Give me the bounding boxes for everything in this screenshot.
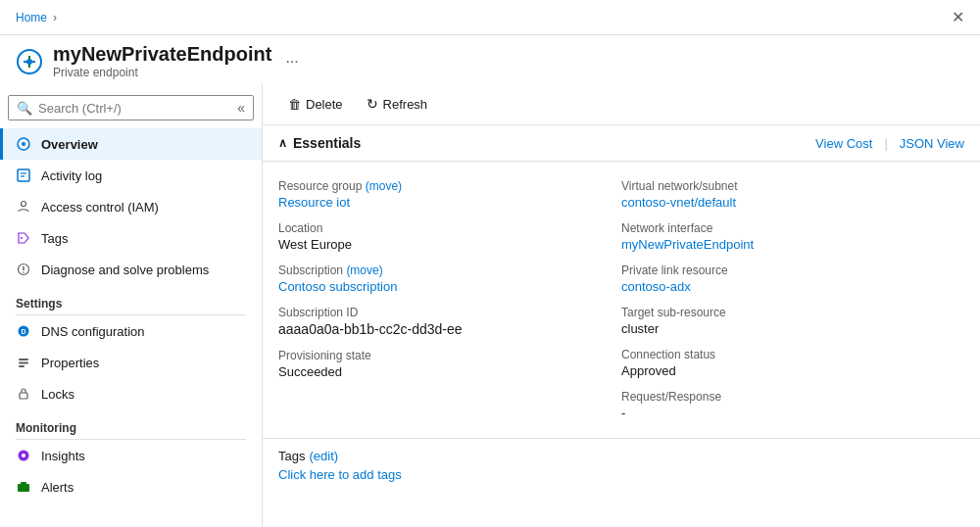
svg-text:D: D (21, 328, 25, 335)
sidebar-item-dns[interactable]: D DNS configuration (0, 315, 262, 347)
delete-label: Delete (306, 97, 343, 112)
essentials-right: Virtual network/subnet contoso-vnet/defa… (621, 173, 964, 426)
connection-status-value: Approved (621, 363, 964, 378)
svg-point-21 (22, 454, 25, 457)
resource-icon (16, 48, 43, 75)
content-area: Delete Refresh Essentials View Cost | JS… (263, 83, 980, 527)
sidebar-item-alerts[interactable]: Alerts (0, 471, 262, 503)
alerts-icon (16, 479, 31, 495)
svg-rect-6 (18, 169, 29, 181)
essentials-grid: Resource group (move) Resource iot Locat… (263, 162, 980, 438)
sidebar-label-tags: Tags (41, 231, 68, 246)
resource-name: myNewPrivateEndpoint (53, 43, 271, 66)
sidebar-label-insights: Insights (41, 449, 85, 463)
sidebar-label-alerts: Alerts (41, 480, 74, 495)
private-link-resource-link[interactable]: contoso-adx (621, 279, 691, 294)
json-view-link[interactable]: JSON View (900, 136, 964, 151)
target-subresource-value: cluster (621, 321, 964, 336)
sidebar-item-insights[interactable]: Insights (0, 440, 262, 471)
tags-icon (16, 230, 31, 246)
sidebar-label-iam: Access control (IAM) (41, 200, 159, 215)
insights-icon (16, 448, 31, 463)
svg-point-9 (22, 202, 26, 207)
subscription-link[interactable]: Contoso subscription (278, 279, 397, 294)
provisioning-state-value: Succeeded (278, 364, 621, 379)
breadcrumb-separator: › (53, 11, 57, 24)
activity-log-icon (16, 168, 31, 183)
svg-point-3 (26, 59, 32, 65)
delete-button[interactable]: Delete (278, 91, 353, 117)
sidebar-item-tags[interactable]: Tags (0, 222, 262, 254)
sidebar-label-properties: Properties (41, 356, 99, 370)
vnet-link[interactable]: contoso-vnet/default (621, 195, 736, 210)
field-request-response: Request/Response - (621, 384, 964, 426)
tags-edit-link[interactable]: (edit) (309, 449, 338, 463)
field-subscription-id: Subscription ID aaaa0a0a-bb1b-cc2c-dd3d-… (278, 300, 621, 343)
sidebar-label-overview: Overview (41, 137, 98, 152)
svg-point-5 (22, 142, 25, 146)
more-options-button[interactable]: ··· (285, 53, 298, 71)
essentials-divider: | (884, 136, 887, 151)
monitoring-section-label: Monitoring (0, 409, 262, 439)
field-private-link: Private link resource contoso-adx (621, 258, 964, 300)
refresh-button[interactable]: Refresh (357, 91, 438, 117)
properties-icon (16, 355, 31, 370)
delete-icon (288, 96, 301, 112)
field-resource-group: Resource group (move) Resource iot (278, 173, 621, 216)
toolbar: Delete Refresh (263, 83, 980, 125)
tags-row: Tags (edit) (278, 449, 964, 463)
view-cost-link[interactable]: View Cost (815, 136, 872, 151)
essentials-collapse-button[interactable]: Essentials (278, 135, 361, 151)
svg-rect-18 (19, 365, 24, 367)
field-location: Location West Europe (278, 216, 621, 258)
sidebar-item-iam[interactable]: Access control (IAM) (0, 191, 262, 222)
sidebar-label-locks: Locks (41, 387, 74, 402)
sidebar-item-properties[interactable]: Properties (0, 347, 262, 378)
locks-icon (16, 386, 31, 402)
field-connection-status: Connection status Approved (621, 342, 964, 384)
top-bar: Home › ✕ (0, 0, 980, 35)
location-value: West Europe (278, 237, 621, 252)
add-tags-link[interactable]: Click here to add tags (278, 467, 402, 482)
search-input[interactable] (38, 101, 231, 116)
diagnose-icon (16, 262, 31, 277)
sidebar-label-dns: DNS configuration (41, 324, 145, 339)
tags-section: Tags (edit) Click here to add tags (263, 438, 980, 492)
field-target-subresource: Target sub-resource cluster (621, 300, 964, 342)
home-link[interactable]: Home (16, 11, 47, 24)
collapse-button[interactable]: « (237, 100, 245, 116)
field-network-interface: Network interface myNewPrivateEndpoint (621, 216, 964, 258)
resource-group-move-link[interactable]: (move) (366, 179, 402, 193)
subscription-move-link[interactable]: (move) (346, 264, 382, 277)
close-button[interactable]: ✕ (952, 8, 964, 26)
sidebar-label-activity-log: Activity log (41, 168, 102, 183)
sidebar-item-activity-log[interactable]: Activity log (0, 160, 262, 191)
sidebar-item-overview[interactable]: Overview (0, 128, 262, 160)
nic-link[interactable]: myNewPrivateEndpoint (621, 237, 754, 252)
resource-group-link[interactable]: Resource (278, 195, 333, 210)
svg-point-13 (23, 271, 24, 273)
tags-label: Tags (278, 449, 305, 463)
title-text: myNewPrivateEndpoint Private endpoint (53, 43, 271, 79)
settings-section-label: Settings (0, 285, 262, 314)
breadcrumb: Home › (16, 11, 57, 24)
svg-rect-23 (21, 482, 26, 486)
chevron-up-icon (278, 136, 287, 150)
sidebar-item-diagnose[interactable]: Diagnose and solve problems (0, 254, 262, 285)
sidebar-label-diagnose: Diagnose and solve problems (41, 263, 209, 277)
svg-rect-16 (19, 359, 28, 360)
essentials-header: Essentials View Cost | JSON View (263, 125, 980, 162)
subscription-id-value: aaaa0a0a-bb1b-cc2c-dd3d-ee (278, 321, 621, 337)
main-area: 🔍 « Overview Activity log Access control… (0, 83, 980, 527)
title-bar: myNewPrivateEndpoint Private endpoint ··… (0, 35, 980, 83)
search-icon: 🔍 (17, 101, 32, 116)
field-provisioning-state: Provisioning state Succeeded (278, 343, 621, 385)
svg-rect-17 (19, 362, 28, 364)
search-box[interactable]: 🔍 « (8, 95, 254, 120)
overview-icon (16, 136, 31, 152)
sidebar-item-locks[interactable]: Locks (0, 378, 262, 409)
resource-group-iot-link[interactable]: iot (336, 195, 350, 210)
field-subscription: Subscription (move) Contoso subscription (278, 258, 621, 300)
resource-type: Private endpoint (53, 66, 271, 79)
essentials-title-label: Essentials (293, 135, 361, 151)
